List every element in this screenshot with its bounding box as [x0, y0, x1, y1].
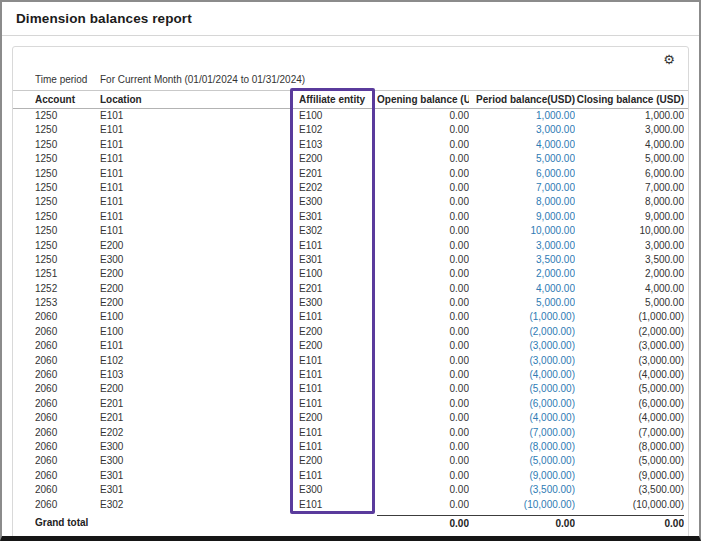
cell-opening-balance: 0.00: [377, 426, 469, 440]
cell-opening-balance: 0.00: [377, 210, 469, 224]
table-row: 1250E101E2000.005,000.005,000.00: [13, 152, 688, 166]
cell-closing-balance: 4,000.00: [575, 138, 684, 152]
cell-opening-balance: 0.00: [377, 411, 469, 425]
page-header: Dimension balances report: [2, 2, 699, 36]
table-row: 2060E100E1010.00(1,000.00)(1,000.00): [13, 310, 688, 324]
cell-location: E101: [100, 109, 299, 123]
cell-period-balance: (2,000.00): [469, 325, 575, 339]
cell-period-balance: 9,000.00: [469, 210, 575, 224]
cell-account: 2060: [35, 368, 100, 382]
cell-opening-balance: 0.00: [377, 368, 469, 382]
cell-affiliate-entity: E101: [299, 440, 377, 454]
cell-closing-balance: 9,000.00: [575, 210, 684, 224]
cell-account: 2060: [35, 325, 100, 339]
cell-period-balance: 10,000.00: [469, 224, 575, 238]
time-period-row: Time period For Current Month (01/01/202…: [13, 70, 688, 91]
time-period-value: For Current Month (01/01/2024 to 01/31/2…: [100, 70, 684, 90]
cell-affiliate-entity: E300: [299, 483, 377, 497]
cell-account: 1250: [35, 167, 100, 181]
cell-opening-balance: 0.00: [377, 195, 469, 209]
cell-account: 2060: [35, 411, 100, 425]
grand-total-row: Grand total 0.00 0.00 0.00: [13, 512, 688, 534]
table-row: 2060E302E1010.00(10,000.00)(10,000.00): [13, 498, 688, 512]
cell-opening-balance: 0.00: [377, 267, 469, 281]
cell-account: 1250: [35, 152, 100, 166]
cell-location: E200: [100, 296, 299, 310]
cell-affiliate-entity: E302: [299, 224, 377, 238]
cell-account: 2060: [35, 469, 100, 483]
cell-account: 1250: [35, 138, 100, 152]
cell-opening-balance: 0.00: [377, 109, 469, 123]
report-area: ⚙ Time period For Current Month (01/01/2…: [2, 36, 699, 541]
cell-affiliate-entity: E301: [299, 210, 377, 224]
cell-location: E301: [100, 469, 299, 483]
cell-period-balance: 4,000.00: [469, 138, 575, 152]
table-row: 1250E101E1000.001,000.001,000.00: [13, 109, 688, 123]
cell-account: 1250: [35, 181, 100, 195]
grand-total-opening: 0.00: [377, 515, 469, 534]
cell-closing-balance: (4,000.00): [575, 411, 684, 425]
table-row: 2060E301E1010.00(9,000.00)(9,000.00): [13, 469, 688, 483]
column-header-affiliate-entity: Affiliate entity: [299, 91, 377, 108]
cell-period-balance: (5,000.00): [469, 454, 575, 468]
cell-account: 1250: [35, 195, 100, 209]
cell-affiliate-entity: E103: [299, 138, 377, 152]
cell-period-balance: (1,000.00): [469, 310, 575, 324]
cell-location: E102: [100, 354, 299, 368]
cell-period-balance: 8,000.00: [469, 195, 575, 209]
cell-opening-balance: 0.00: [377, 440, 469, 454]
cell-period-balance: (4,000.00): [469, 411, 575, 425]
cell-location: E201: [100, 397, 299, 411]
cell-period-balance: (4,000.00): [469, 368, 575, 382]
column-header-opening-balance: Opening balance (USD): [377, 91, 469, 108]
table-row: 1250E101E3020.0010,000.0010,000.00: [13, 224, 688, 238]
cell-affiliate-entity: E300: [299, 296, 377, 310]
cell-affiliate-entity: E101: [299, 498, 377, 512]
cell-opening-balance: 0.00: [377, 325, 469, 339]
cell-location: E300: [100, 253, 299, 267]
cell-affiliate-entity: E100: [299, 109, 377, 123]
cell-account: 2060: [35, 310, 100, 324]
cell-closing-balance: 3,500.00: [575, 253, 684, 267]
cell-period-balance: (5,000.00): [469, 382, 575, 396]
cell-period-balance: (8,000.00): [469, 440, 575, 454]
cell-account: 1250: [35, 123, 100, 137]
cell-closing-balance: (2,000.00): [575, 325, 684, 339]
table-row: 2060E201E2000.00(4,000.00)(4,000.00): [13, 411, 688, 425]
cell-account: 2060: [35, 382, 100, 396]
cell-location: E101: [100, 123, 299, 137]
table-row: 2060E100E2000.00(2,000.00)(2,000.00): [13, 325, 688, 339]
column-header-location: Location: [100, 91, 299, 108]
cell-closing-balance: (4,000.00): [575, 368, 684, 382]
table-row: 1253E200E3000.005,000.005,000.00: [13, 296, 688, 310]
table-row: 2060E300E1010.00(8,000.00)(8,000.00): [13, 440, 688, 454]
table-row: 2060E103E1010.00(4,000.00)(4,000.00): [13, 368, 688, 382]
cell-opening-balance: 0.00: [377, 123, 469, 137]
cell-closing-balance: 1,000.00: [575, 109, 684, 123]
cell-account: 2060: [35, 339, 100, 353]
cell-period-balance: 5,000.00: [469, 152, 575, 166]
cell-account: 2060: [35, 426, 100, 440]
cell-period-balance: (3,000.00): [469, 339, 575, 353]
table-row: 2060E201E1010.00(6,000.00)(6,000.00): [13, 397, 688, 411]
page-title: Dimension balances report: [16, 11, 192, 26]
cell-affiliate-entity: E101: [299, 368, 377, 382]
cell-location: E101: [100, 195, 299, 209]
cell-account: 1250: [35, 224, 100, 238]
cell-period-balance: 3,000.00: [469, 123, 575, 137]
gear-icon[interactable]: ⚙: [663, 53, 675, 70]
cell-affiliate-entity: E200: [299, 339, 377, 353]
cell-closing-balance: 4,000.00: [575, 282, 684, 296]
cell-period-balance: (9,000.00): [469, 469, 575, 483]
cell-closing-balance: (3,000.00): [575, 339, 684, 353]
cell-affiliate-entity: E201: [299, 282, 377, 296]
table-row: 1250E200E1010.003,000.003,000.00: [13, 239, 688, 253]
cell-closing-balance: (5,000.00): [575, 454, 684, 468]
cell-period-balance: 3,000.00: [469, 239, 575, 253]
cell-opening-balance: 0.00: [377, 224, 469, 238]
cell-opening-balance: 0.00: [377, 239, 469, 253]
table-row: 2060E301E3000.00(3,500.00)(3,500.00): [13, 483, 688, 497]
cell-account: 2060: [35, 440, 100, 454]
table-body: 1250E101E1000.001,000.001,000.001250E101…: [13, 109, 688, 512]
table-row: 2060E102E1010.00(3,000.00)(3,000.00): [13, 354, 688, 368]
